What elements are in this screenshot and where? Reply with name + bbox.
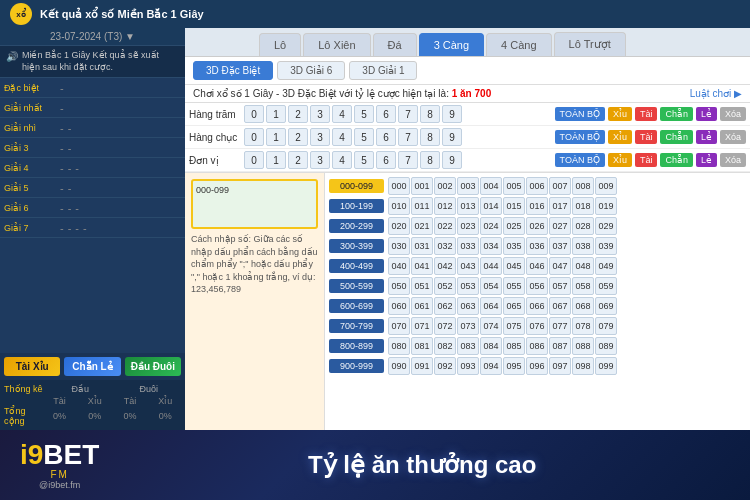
sub-tab-3d-g1[interactable]: 3D Giải 1: [349, 61, 417, 80]
tab-da[interactable]: Đá: [373, 33, 417, 56]
bet-num-d4[interactable]: 4: [332, 151, 352, 169]
grid-num-5-1[interactable]: 051: [411, 277, 433, 295]
grid-num-3-1[interactable]: 031: [411, 237, 433, 255]
bet-num-d5[interactable]: 5: [354, 151, 374, 169]
bet-num-c4[interactable]: 4: [332, 128, 352, 146]
tab-4cang[interactable]: 4 Càng: [486, 33, 551, 56]
grid-num-7-4[interactable]: 074: [480, 317, 502, 335]
bet-num-c8[interactable]: 8: [420, 128, 440, 146]
grid-num-3-3[interactable]: 033: [457, 237, 479, 255]
grid-num-5-3[interactable]: 053: [457, 277, 479, 295]
btn-chan-tram[interactable]: Chẵn: [660, 107, 693, 121]
grid-num-6-8[interactable]: 068: [572, 297, 594, 315]
bet-num-c1[interactable]: 1: [266, 128, 286, 146]
grid-num-8-2[interactable]: 082: [434, 337, 456, 355]
grid-num-4-8[interactable]: 048: [572, 257, 594, 275]
btn-xoa-chuc[interactable]: Xóa: [720, 130, 746, 144]
grid-num-2-4[interactable]: 024: [480, 217, 502, 235]
grid-num-8-3[interactable]: 083: [457, 337, 479, 355]
sidebar-date[interactable]: 23-07-2024 (T3) ▼: [0, 28, 185, 46]
grid-num-1-7[interactable]: 017: [549, 197, 571, 215]
grid-num-1-8[interactable]: 018: [572, 197, 594, 215]
number-input-box[interactable]: 000-099: [191, 179, 318, 229]
bet-num-2[interactable]: 2: [288, 105, 308, 123]
grid-num-5-6[interactable]: 056: [526, 277, 548, 295]
grid-num-5-2[interactable]: 052: [434, 277, 456, 295]
bet-num-c3[interactable]: 3: [310, 128, 330, 146]
grid-num-0-0[interactable]: 000: [388, 177, 410, 195]
grid-num-2-1[interactable]: 021: [411, 217, 433, 235]
sub-tab-3d-g6[interactable]: 3D Giải 6: [277, 61, 345, 80]
btn-chan-chuc[interactable]: Chẵn: [660, 130, 693, 144]
grid-num-2-3[interactable]: 023: [457, 217, 479, 235]
grid-num-6-7[interactable]: 067: [549, 297, 571, 315]
btn-le-donvi[interactable]: Lẻ: [696, 153, 717, 167]
grid-num-6-9[interactable]: 069: [595, 297, 617, 315]
sub-tab-3d-dacbiet[interactable]: 3D Đặc Biệt: [193, 61, 273, 80]
grid-num-7-1[interactable]: 071: [411, 317, 433, 335]
grid-num-8-0[interactable]: 080: [388, 337, 410, 355]
grid-num-5-9[interactable]: 059: [595, 277, 617, 295]
bet-num-d6[interactable]: 6: [376, 151, 396, 169]
grid-num-7-5[interactable]: 075: [503, 317, 525, 335]
grid-num-9-3[interactable]: 093: [457, 357, 479, 375]
grid-num-1-5[interactable]: 015: [503, 197, 525, 215]
grid-num-0-9[interactable]: 009: [595, 177, 617, 195]
grid-num-6-6[interactable]: 066: [526, 297, 548, 315]
grid-num-2-5[interactable]: 025: [503, 217, 525, 235]
grid-num-0-8[interactable]: 008: [572, 177, 594, 195]
grid-num-0-5[interactable]: 005: [503, 177, 525, 195]
grid-num-4-9[interactable]: 049: [595, 257, 617, 275]
grid-num-8-7[interactable]: 087: [549, 337, 571, 355]
grid-num-8-1[interactable]: 081: [411, 337, 433, 355]
btn-le-tram[interactable]: Lẻ: [696, 107, 717, 121]
tab-lo[interactable]: Lô: [259, 33, 301, 56]
bet-num-c6[interactable]: 6: [376, 128, 396, 146]
bet-num-d8[interactable]: 8: [420, 151, 440, 169]
grid-num-0-3[interactable]: 003: [457, 177, 479, 195]
grid-num-1-2[interactable]: 012: [434, 197, 456, 215]
grid-num-5-7[interactable]: 057: [549, 277, 571, 295]
grid-num-0-7[interactable]: 007: [549, 177, 571, 195]
grid-num-3-4[interactable]: 034: [480, 237, 502, 255]
grid-num-5-5[interactable]: 055: [503, 277, 525, 295]
btn-xiu-chuc[interactable]: Xỉu: [608, 130, 632, 144]
bet-num-d3[interactable]: 3: [310, 151, 330, 169]
bet-num-7[interactable]: 7: [398, 105, 418, 123]
grid-num-3-8[interactable]: 038: [572, 237, 594, 255]
bet-num-c2[interactable]: 2: [288, 128, 308, 146]
btn-le-chuc[interactable]: Lẻ: [696, 130, 717, 144]
bet-num-d9[interactable]: 9: [442, 151, 462, 169]
btn-chan-le[interactable]: Chẵn Lẻ: [64, 357, 120, 376]
bet-num-d7[interactable]: 7: [398, 151, 418, 169]
grid-num-2-8[interactable]: 028: [572, 217, 594, 235]
grid-num-7-3[interactable]: 073: [457, 317, 479, 335]
grid-num-3-6[interactable]: 036: [526, 237, 548, 255]
grid-num-5-8[interactable]: 058: [572, 277, 594, 295]
bet-num-d2[interactable]: 2: [288, 151, 308, 169]
grid-num-1-0[interactable]: 010: [388, 197, 410, 215]
bet-num-c0[interactable]: 0: [244, 128, 264, 146]
bet-num-8[interactable]: 8: [420, 105, 440, 123]
btn-chan-donvi[interactable]: Chẵn: [660, 153, 693, 167]
btn-dau-duoi[interactable]: Đầu Đuôi: [125, 357, 181, 376]
btn-xiu-tram[interactable]: Xỉu: [608, 107, 632, 121]
luat-choi-link[interactable]: Luật chơi ▶: [690, 88, 742, 99]
grid-num-1-9[interactable]: 019: [595, 197, 617, 215]
btn-xiu-donvi[interactable]: Xỉu: [608, 153, 632, 167]
grid-num-0-6[interactable]: 006: [526, 177, 548, 195]
grid-num-6-5[interactable]: 065: [503, 297, 525, 315]
bet-num-d1[interactable]: 1: [266, 151, 286, 169]
grid-num-7-9[interactable]: 079: [595, 317, 617, 335]
grid-num-4-5[interactable]: 045: [503, 257, 525, 275]
grid-num-9-7[interactable]: 097: [549, 357, 571, 375]
btn-tai-chuc[interactable]: Tài: [635, 130, 658, 144]
grid-num-0-2[interactable]: 002: [434, 177, 456, 195]
grid-num-9-1[interactable]: 091: [411, 357, 433, 375]
grid-num-3-9[interactable]: 039: [595, 237, 617, 255]
grid-num-9-8[interactable]: 098: [572, 357, 594, 375]
grid-num-8-6[interactable]: 086: [526, 337, 548, 355]
grid-num-7-6[interactable]: 076: [526, 317, 548, 335]
grid-num-8-8[interactable]: 088: [572, 337, 594, 355]
grid-num-9-4[interactable]: 094: [480, 357, 502, 375]
